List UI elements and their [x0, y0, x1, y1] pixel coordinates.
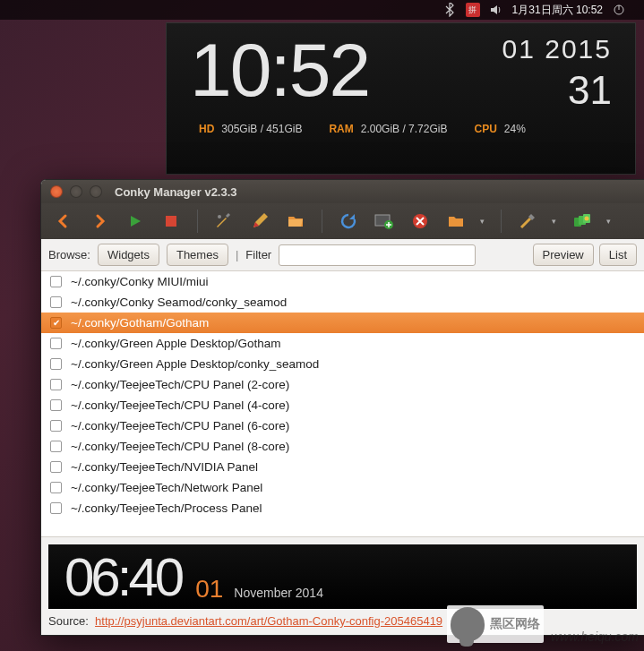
preview-day: 01: [195, 575, 223, 604]
separator: |: [236, 248, 238, 261]
filter-row: Browse: Widgets Themes | Filter Preview …: [41, 239, 644, 271]
edit-button[interactable]: [245, 208, 275, 235]
widgets-tab[interactable]: Widgets: [98, 244, 159, 266]
titlebar[interactable]: Conky Manager v2.3.3: [41, 180, 644, 203]
list-item-path: ~/.conky/TeejeeTech/CPU Panel (6-core): [71, 419, 289, 433]
list-item[interactable]: ~/.conky/TeejeeTech/CPU Panel (8-core): [41, 436, 644, 457]
source-label: Source:: [48, 614, 89, 628]
ram-label: RAM: [329, 123, 353, 135]
top-tray: 拼 1月31日周六 10:52: [0, 0, 644, 20]
list-item-path: ~/.conky/TeejeeTech/CPU Panel (4-core): [71, 398, 289, 412]
widget-list[interactable]: ~/.conky/Conky MIUI/miui~/.conky/Conky S…: [41, 271, 644, 536]
list-item[interactable]: ~/.conky/TeejeeTech/Network Panel: [41, 477, 644, 498]
hd-label: HD: [199, 123, 214, 135]
list-item[interactable]: ~/.conky/TeejeeTech/Process Panel: [41, 498, 644, 518]
run-button[interactable]: [120, 208, 150, 235]
checkbox[interactable]: [50, 379, 62, 390]
list-item[interactable]: ~/.conky/TeejeeTech/CPU Panel (6-core): [41, 415, 644, 436]
hd-value: 305GiB / 451GiB: [221, 123, 302, 135]
themes-tab[interactable]: Themes: [167, 244, 228, 266]
volume-icon[interactable]: [489, 3, 503, 17]
list-item[interactable]: ~/.conky/TeejeeTech/NVIDIA Panel: [41, 457, 644, 477]
list-item-path: ~/.conky/TeejeeTech/CPU Panel (2-core): [71, 378, 289, 391]
list-item[interactable]: ~/.conky/Green Apple Desktop/Gotham: [41, 333, 644, 354]
list-item-path: ~/.conky/Green Apple Desktop/conky_seamo…: [71, 357, 319, 371]
cpu-label: CPU: [474, 123, 496, 135]
preview-month-year: November 2014: [234, 586, 323, 600]
kill-widget-button[interactable]: [405, 208, 435, 235]
window-title: Conky Manager v2.3.3: [115, 185, 237, 199]
open-theme-folder-button[interactable]: [441, 208, 471, 235]
ram-value: 2.00GiB / 7.72GiB: [361, 123, 448, 135]
checkbox[interactable]: ✔: [50, 317, 62, 329]
toolbar-separator: [501, 210, 502, 233]
toolbar-separator: [197, 210, 198, 233]
donate-button[interactable]: [567, 208, 597, 235]
nav-forward-button[interactable]: [84, 208, 115, 235]
checkbox[interactable]: [50, 338, 62, 349]
list-item-path: ~/.conky/TeejeeTech/Process Panel: [71, 501, 262, 515]
browse-label: Browse:: [48, 248, 90, 261]
conky-gotham-widget: 10:52 01 2015 31 HD305GiB / 451GiB RAM2.…: [166, 22, 636, 175]
checkbox[interactable]: [50, 399, 62, 411]
checkbox[interactable]: [50, 358, 62, 370]
preview-image: 06:40 01 November 2014: [48, 544, 637, 609]
list-item[interactable]: ~/.conky/Conky MIUI/miui: [41, 271, 644, 292]
list-item-path: ~/.conky/TeejeeTech/CPU Panel (8-core): [71, 440, 289, 453]
dropdown-arrow-icon[interactable]: ▾: [477, 217, 490, 226]
preview-time: 06:40: [64, 546, 181, 608]
list-item-path: ~/.conky/Green Apple Desktop/Gotham: [71, 337, 281, 350]
cpu-value: 24%: [504, 123, 526, 135]
conky-day: 31: [502, 68, 612, 113]
list-mode-button[interactable]: List: [599, 244, 637, 266]
list-item[interactable]: ~/.conky/Conky Seamod/conky_seamod: [41, 292, 644, 313]
checkbox[interactable]: [50, 420, 62, 432]
list-item[interactable]: ~/.conky/Green Apple Desktop/conky_seamo…: [41, 354, 644, 374]
filter-input[interactable]: [279, 244, 476, 266]
svg-point-2: [218, 215, 221, 218]
tray-datetime[interactable]: 1月31日周六 10:52: [512, 3, 603, 18]
checkbox[interactable]: [50, 296, 62, 308]
window-minimize-button[interactable]: [70, 185, 82, 198]
checkbox[interactable]: [50, 461, 62, 473]
conky-time: 10:52: [190, 27, 369, 114]
list-item-path: ~/.conky/Conky MIUI/miui: [71, 275, 208, 288]
conky-manager-window: Conky Manager v2.3.3 ▾ ▾ ▾ Browse: Widge…: [40, 179, 644, 636]
dropdown-arrow-icon[interactable]: ▾: [603, 217, 616, 226]
conky-month-year: 01 2015: [502, 34, 612, 64]
checkbox[interactable]: [50, 502, 62, 514]
list-item-path: ~/.conky/TeejeeTech/Network Panel: [71, 481, 262, 494]
open-folder-button[interactable]: [280, 208, 311, 235]
nav-back-button[interactable]: [48, 208, 79, 235]
toolbar-separator: [322, 210, 322, 233]
checkbox[interactable]: [50, 482, 62, 493]
tools-button[interactable]: [209, 208, 239, 235]
mushroom-icon: [451, 607, 485, 641]
checkbox[interactable]: [50, 276, 62, 287]
filter-label: Filter: [245, 248, 271, 261]
list-item[interactable]: ✔~/.conky/Gotham/Gotham: [41, 313, 644, 333]
dropdown-arrow-icon[interactable]: ▾: [548, 217, 562, 226]
toolbar: ▾ ▾ ▾: [41, 203, 644, 239]
import-widget-button[interactable]: [369, 208, 399, 235]
list-item-path: ~/.conky/Gotham/Gotham: [71, 316, 209, 330]
checkbox[interactable]: [50, 441, 62, 452]
input-method-icon[interactable]: 拼: [466, 3, 480, 17]
window-maximize-button[interactable]: [90, 185, 102, 198]
window-close-button[interactable]: [50, 185, 63, 198]
svg-point-9: [585, 217, 589, 221]
list-item-path: ~/.conky/Conky Seamod/conky_seamod: [71, 296, 287, 309]
refresh-button[interactable]: [333, 208, 364, 235]
stop-button[interactable]: [156, 208, 186, 235]
preview-mode-button[interactable]: Preview: [533, 244, 594, 266]
list-item[interactable]: ~/.conky/TeejeeTech/CPU Panel (4-core): [41, 395, 644, 415]
svg-rect-1: [166, 216, 176, 227]
list-item-path: ~/.conky/TeejeeTech/NVIDIA Panel: [71, 460, 258, 474]
settings-button[interactable]: [512, 208, 543, 235]
list-item[interactable]: ~/.conky/TeejeeTech/CPU Panel (2-core): [41, 374, 644, 395]
source-link[interactable]: http://psyjunta.deviantart.com/art/Gotha…: [95, 614, 442, 628]
bluetooth-icon[interactable]: [442, 3, 457, 17]
power-icon[interactable]: [612, 3, 626, 17]
watermark: 黑区网络 www.heiqu.com: [447, 605, 639, 644]
